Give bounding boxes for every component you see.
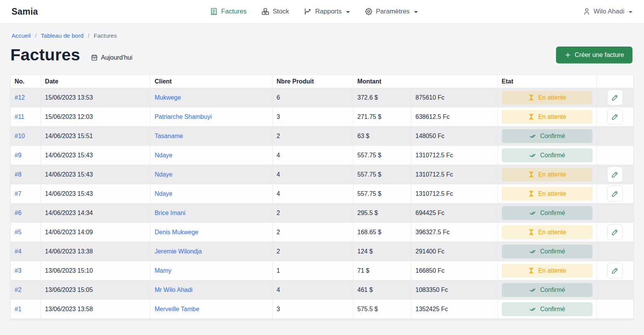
amount-usd: 575.5 $ (354, 300, 412, 319)
nav-item-rapports[interactable]: Rapports (304, 7, 350, 16)
product-count: 2 (272, 223, 353, 242)
table-row: #1 13/06/2023 13:58 Merveille Tambe 3 57… (11, 300, 634, 319)
invoice-number-link[interactable]: #8 (15, 171, 22, 178)
main-nav: Factures Stock Rapports (210, 0, 418, 23)
top-navbar: Samia Factures Stock (0, 0, 644, 23)
amount-usd: 63 $ (354, 127, 412, 146)
checks-icon (529, 132, 536, 140)
client-link[interactable]: Denis Mukwege (154, 229, 198, 235)
status-badge: Confirmé (502, 245, 593, 258)
edit-button[interactable] (607, 90, 623, 105)
table-row: #8 14/06/2023 15:43 Ndaye 4 557.75 $ 131… (11, 165, 634, 184)
invoice-number-link[interactable]: #10 (15, 133, 25, 139)
product-count: 4 (272, 146, 353, 165)
invoice-date: 13/06/2023 15:10 (41, 261, 151, 280)
header-montant: Montant (354, 75, 498, 88)
status-badge: En attente (502, 168, 593, 182)
amount-fc: 875610 Fc (412, 88, 498, 107)
edit-button[interactable] (607, 167, 623, 182)
checks-icon (529, 305, 536, 313)
breadcrumb-separator: / (88, 32, 89, 39)
amount-usd: 168.65 $ (354, 223, 412, 242)
edit-button[interactable] (607, 263, 623, 278)
invoice-date: 13/06/2023 13:58 (41, 300, 151, 319)
status-label: En attente (538, 171, 566, 178)
create-invoice-button[interactable]: Créer une facture (556, 47, 632, 63)
invoice-number-link[interactable]: #9 (15, 152, 22, 158)
create-invoice-label: Créer une facture (575, 51, 624, 58)
amount-fc: 396327.5 Fc (412, 223, 498, 242)
header-actions (596, 75, 633, 88)
amount-usd: 461 $ (354, 280, 412, 300)
status-label: Confirmé (540, 133, 565, 140)
breadcrumb-separator: / (35, 32, 37, 39)
amount-fc: 1310712.5 Fc (412, 165, 498, 184)
edit-button[interactable] (607, 186, 623, 202)
client-link[interactable]: Ndaye (154, 171, 172, 178)
invoice-number-link[interactable]: #2 (15, 287, 22, 293)
invoice-number-link[interactable]: #1 (15, 306, 22, 312)
status-badge: Confirmé (502, 129, 593, 143)
status-label: Confirmé (540, 210, 565, 217)
header-etat: Etat (498, 75, 596, 88)
client-link[interactable]: Ndaye (154, 190, 172, 197)
breadcrumb-accueil[interactable]: Accueil (12, 32, 31, 39)
client-link[interactable]: Ndaye (154, 152, 172, 158)
invoice-date: 14/06/2023 15:43 (41, 146, 151, 165)
user-menu[interactable]: Wilo Ahadi (583, 8, 632, 15)
product-count: 2 (272, 127, 353, 146)
header-date: Date (41, 75, 151, 88)
breadcrumb-current: Factures (94, 32, 117, 39)
status-label: En attente (538, 229, 566, 236)
brand[interactable]: Samia (12, 7, 38, 17)
status-label: En attente (538, 94, 566, 101)
client-link[interactable]: Merveille Tambe (154, 306, 199, 312)
table-row: #5 14/06/2023 14:09 Denis Mukwege 2 168.… (11, 223, 634, 242)
edit-button[interactable] (607, 109, 623, 125)
checks-icon (529, 286, 536, 293)
checks-icon (529, 248, 536, 255)
gear-icon (364, 7, 373, 16)
chevron-down-icon (414, 11, 418, 13)
client-link[interactable]: Brice Imani (154, 210, 185, 216)
date-filter[interactable]: Aujourd'hui (91, 54, 133, 61)
invoice-number-link[interactable]: #11 (15, 113, 25, 120)
client-link[interactable]: Mr Wilo Ahadi (154, 287, 193, 293)
product-count: 6 (272, 88, 353, 107)
invoice-number-link[interactable]: #6 (15, 210, 22, 216)
nav-item-parametres[interactable]: Paramètres (364, 7, 418, 16)
client-link[interactable]: Mukwege (154, 94, 181, 101)
client-link[interactable]: Patriarche Shambuyi (154, 113, 212, 120)
breadcrumb: Accueil / Tableau de bord / Factures (0, 23, 644, 39)
nav-item-stock[interactable]: Stock (261, 7, 289, 16)
status-label: En attente (538, 267, 566, 274)
amount-fc: 166850 Fc (412, 261, 498, 280)
nav-item-factures[interactable]: Factures (210, 7, 247, 16)
nav-label: Stock (273, 8, 289, 15)
product-count: 2 (272, 242, 353, 261)
product-count: 4 (272, 280, 353, 300)
edit-button[interactable] (607, 224, 623, 240)
invoice-number-link[interactable]: #5 (15, 229, 22, 235)
invoice-date: 14/06/2023 14:09 (41, 223, 151, 242)
invoice-number-link[interactable]: #4 (15, 248, 22, 255)
client-link[interactable]: Tasaname (154, 133, 183, 139)
status-badge: Confirmé (502, 283, 593, 297)
invoice-number-link[interactable]: #12 (15, 94, 25, 101)
table-header-row: No. Date Client Nbre Produit Montant Eta… (11, 75, 634, 88)
table-row: #3 13/06/2023 15:10 Mamy 1 71 $ 166850 F… (11, 261, 634, 280)
receipt-icon (210, 7, 218, 16)
invoice-number-link[interactable]: #7 (15, 190, 22, 197)
nav-label: Rapports (315, 8, 342, 15)
invoice-table-body: #12 15/06/2023 13:53 Mukwege 6 372.6 $ 8… (11, 88, 634, 319)
invoice-date: 13/06/2023 15:05 (41, 280, 151, 300)
breadcrumb-tableau-de-bord[interactable]: Tableau de bord (41, 32, 83, 39)
client-link[interactable]: Mamy (154, 267, 171, 274)
amount-usd: 557.75 $ (354, 184, 412, 203)
table-row: #4 14/06/2023 13:38 Jeremie Wilondja 2 1… (11, 242, 634, 261)
product-count: 3 (272, 107, 353, 127)
invoice-date: 15/06/2023 13:53 (41, 88, 151, 107)
invoice-number-link[interactable]: #3 (15, 267, 22, 274)
status-label: Confirmé (540, 306, 565, 313)
client-link[interactable]: Jeremie Wilondja (154, 248, 202, 255)
